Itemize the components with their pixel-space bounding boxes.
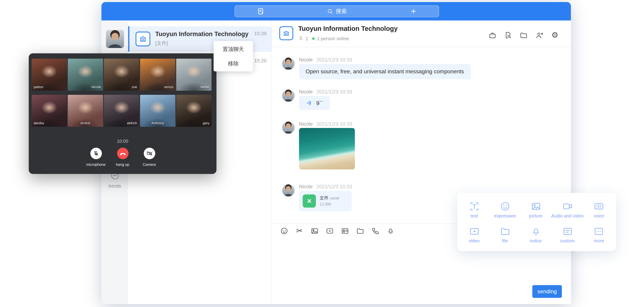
voice-duration: 9`` (316, 100, 323, 106)
hang-up-button[interactable]: hang up (110, 148, 135, 167)
video-tile[interactable]: aldrich (104, 95, 139, 127)
camera-toggle[interactable]: Camera (137, 148, 162, 167)
sender-avatar[interactable] (282, 57, 294, 70)
message-meta: Nicole2021/12/3 10:33 (299, 89, 352, 95)
chat-history-search-icon[interactable] (504, 31, 512, 39)
call-controls: microphone hang up Camer (29, 148, 216, 167)
online-dot (312, 37, 315, 40)
input-toolbar: ✂ (280, 227, 395, 235)
panel-item-custom[interactable]: custom (551, 226, 584, 243)
message-sender: Nicole (299, 57, 312, 63)
custom-panel-icon (562, 226, 573, 237)
chat-header-tools: ⚙ (488, 31, 559, 39)
top-bar: 搜索 (102, 2, 571, 20)
hang-up-icon (117, 148, 128, 159)
picture-icon (530, 201, 541, 212)
video-tile[interactable]: patton (32, 59, 67, 91)
sender-avatar[interactable] (282, 184, 294, 196)
chat-panel: Tuoyun Information Technology 1 1 person… (272, 20, 571, 304)
search-label: 搜索 (336, 7, 347, 15)
message-time: 2021/12/3 10:33 (316, 184, 352, 190)
menu-item-remove[interactable]: 移除 (214, 56, 253, 71)
microphone-toggle[interactable]: microphone (84, 148, 108, 167)
contact-card-icon[interactable] (341, 227, 349, 235)
group-avatar (136, 31, 150, 46)
video-tile[interactable]: Anthony (140, 95, 175, 127)
contacts-button[interactable] (235, 6, 286, 17)
file-icon[interactable] (356, 227, 364, 235)
video-tile[interactable]: zoe (104, 59, 139, 91)
archive-icon[interactable] (488, 31, 496, 39)
message-meta: Nicole2021/12/3 10:33 (299, 57, 352, 63)
video-tile[interactable]: Nicole (68, 59, 103, 91)
panel-item-voice[interactable]: voice (584, 201, 614, 218)
folder-icon[interactable] (520, 31, 528, 39)
video-tile[interactable]: stellar (176, 59, 211, 91)
message-time: 2021/12/3 10:33 (316, 89, 352, 95)
video-tile[interactable]: venus (140, 59, 175, 91)
excel-file-icon: × (303, 194, 316, 207)
group-avatar (279, 26, 293, 40)
chat-title: Tuoyun Information Technology (298, 25, 398, 32)
video-tile[interactable]: gary (176, 95, 211, 127)
chat-header: Tuoyun Information Technology 1 1 person… (272, 20, 571, 47)
context-menu: 置顶聊天 移除 (214, 41, 253, 71)
conversation-time: 15:20 (254, 58, 267, 63)
file-message[interactable]: × 文件.excel 12.8M (299, 191, 352, 211)
panel-item-video[interactable]: video (459, 226, 490, 243)
sender-avatar[interactable] (282, 121, 294, 134)
file-size: 12.8M (320, 202, 331, 207)
sender-avatar[interactable] (282, 89, 294, 102)
member-count: 1 (306, 36, 308, 41)
menu-item-pin-chat[interactable]: 置顶聊天 (214, 42, 253, 56)
text-message-bubble[interactable]: Open source, free, and universal instant… (299, 64, 470, 79)
notice-icon[interactable] (386, 227, 395, 235)
voice-message-bubble[interactable]: 9`` (299, 96, 330, 110)
send-button[interactable]: sending (532, 285, 562, 298)
message-time: 2021/12/3 10:33 (316, 121, 352, 127)
panel-item-text[interactable]: text (459, 201, 490, 218)
page: 搜索 (0, 0, 644, 307)
trends-label: trends (102, 183, 128, 188)
voice-icon (306, 99, 313, 107)
conversation-time: 15:20 (254, 31, 267, 36)
image-message[interactable] (299, 128, 355, 169)
camera-off-icon (144, 148, 155, 159)
members-icon (298, 36, 304, 41)
plus-icon (410, 8, 417, 15)
audio-video-icon (562, 201, 573, 212)
panel-item-picture[interactable]: picture (520, 201, 552, 218)
video-tile[interactable]: ernest (68, 95, 103, 127)
screenshot-icon[interactable]: ✂ (295, 227, 304, 235)
panel-item-more[interactable]: more (584, 226, 614, 243)
chat-subtitle: 1 1 person online (298, 36, 349, 41)
panel-item-file[interactable]: file (490, 226, 520, 243)
message-sender: Nicole (299, 121, 312, 127)
top-bar-pill: 搜索 (235, 5, 439, 17)
contacts-icon (256, 7, 264, 15)
message-sender: Nicole (299, 89, 312, 95)
image-icon[interactable] (310, 227, 319, 235)
file-panel-icon (500, 226, 510, 237)
panel-item-audio-video[interactable]: Audio and video (551, 201, 584, 218)
video-tile[interactable]: danika (32, 95, 67, 127)
add-button[interactable] (388, 6, 439, 17)
settings-icon[interactable]: ⚙ (551, 31, 559, 39)
call-icon[interactable] (372, 227, 380, 235)
participant-grid: patton Nicole zoe venus stellar danika e… (32, 59, 212, 127)
add-member-icon[interactable] (535, 31, 544, 39)
conversation-preview: [文件] (155, 40, 168, 47)
my-avatar[interactable] (106, 30, 124, 48)
video-icon[interactable] (326, 227, 334, 235)
message-sender: Nicole (299, 184, 312, 190)
voice-panel-icon (594, 201, 604, 212)
call-timer: 10:00 (29, 139, 216, 144)
search-box[interactable]: 搜索 (286, 6, 388, 17)
emoji-icon[interactable] (280, 227, 288, 235)
video-panel-icon (469, 226, 480, 237)
panel-item-expression[interactable]: expression (490, 201, 520, 218)
search-icon (327, 8, 333, 14)
more-panel-icon (594, 226, 604, 237)
feature-panel: text expression picture (457, 193, 616, 251)
panel-item-notice[interactable]: notice (520, 226, 552, 243)
